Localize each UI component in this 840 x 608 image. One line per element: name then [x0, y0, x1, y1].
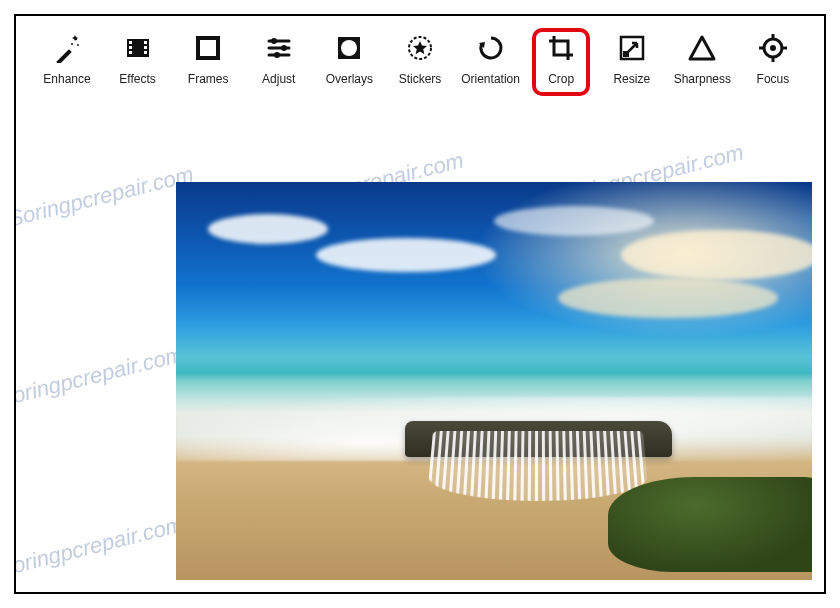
editor-window: Enhance Effects Frames Adjust Overlays — [14, 14, 826, 594]
svg-rect-0 — [56, 49, 72, 63]
tool-stickers[interactable]: Stickers — [387, 32, 453, 86]
tool-label: Resize — [613, 72, 650, 86]
watermark: Soringpcrepair.com — [14, 511, 186, 582]
tool-orientation[interactable]: Orientation — [458, 32, 524, 86]
watermark: Soringpcrepair.com — [14, 341, 186, 412]
tool-sharpness[interactable]: Sharpness — [669, 32, 735, 86]
tool-label: Sharpness — [674, 72, 731, 86]
svg-point-3 — [77, 44, 79, 46]
target-icon — [756, 32, 790, 64]
tool-frames[interactable]: Frames — [175, 32, 241, 86]
tool-label: Stickers — [399, 72, 442, 86]
svg-point-24 — [770, 45, 776, 51]
svg-point-16 — [281, 45, 287, 51]
tool-crop[interactable]: Crop — [528, 32, 594, 86]
tool-effects[interactable]: Effects — [105, 32, 171, 86]
watermark: Soringpcrepair.com — [14, 161, 196, 232]
svg-point-19 — [341, 40, 357, 56]
tool-label: Orientation — [461, 72, 520, 86]
rotate-icon — [474, 32, 508, 64]
svg-rect-9 — [144, 46, 147, 49]
svg-rect-8 — [144, 41, 147, 44]
tool-label: Effects — [119, 72, 155, 86]
svg-point-17 — [274, 52, 280, 58]
svg-point-15 — [271, 38, 277, 44]
vignette-icon — [332, 32, 366, 64]
tool-focus[interactable]: Focus — [740, 32, 806, 86]
tool-label: Overlays — [326, 72, 373, 86]
tool-label: Enhance — [43, 72, 90, 86]
toolbar: Enhance Effects Frames Adjust Overlays — [16, 16, 824, 96]
image-content — [176, 182, 812, 580]
edited-image[interactable] — [176, 182, 812, 580]
triangle-icon — [685, 32, 719, 64]
wand-icon — [50, 32, 84, 64]
tool-label: Focus — [757, 72, 790, 86]
svg-rect-10 — [144, 51, 147, 54]
svg-rect-7 — [129, 51, 132, 54]
canvas-area: Soringpcrepair.com Soringpcrepair.com So… — [16, 104, 824, 592]
svg-rect-11 — [198, 38, 218, 58]
tool-resize[interactable]: Resize — [599, 32, 665, 86]
sliders-icon — [262, 32, 296, 64]
svg-rect-6 — [129, 46, 132, 49]
crop-icon — [544, 32, 578, 64]
frame-icon — [191, 32, 225, 64]
resize-icon — [615, 32, 649, 64]
tool-label: Adjust — [262, 72, 295, 86]
star-badge-icon — [403, 32, 437, 64]
svg-point-2 — [71, 43, 73, 45]
svg-rect-5 — [129, 41, 132, 44]
tool-overlays[interactable]: Overlays — [316, 32, 382, 86]
svg-rect-22 — [623, 51, 629, 57]
tool-label: Frames — [188, 72, 229, 86]
tool-enhance[interactable]: Enhance — [34, 32, 100, 86]
tool-label: Crop — [548, 72, 574, 86]
filmstrip-icon — [121, 32, 155, 64]
tool-adjust[interactable]: Adjust — [246, 32, 312, 86]
